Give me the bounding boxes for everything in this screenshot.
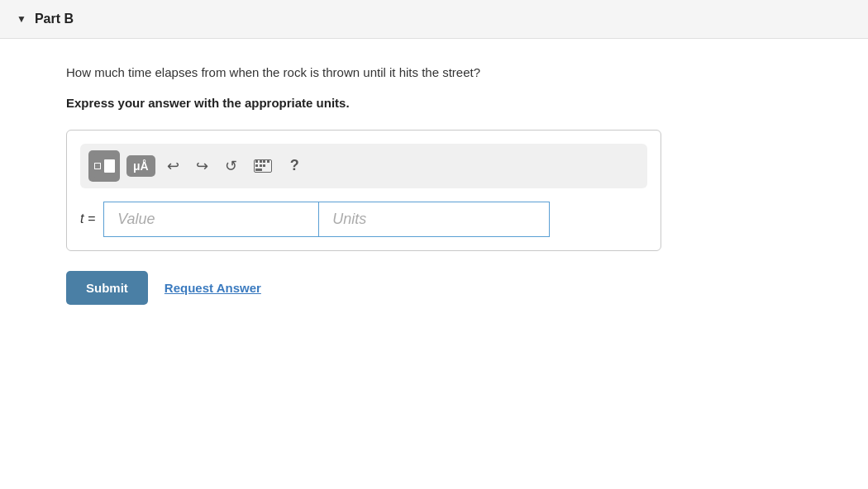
- undo-button[interactable]: ↩: [162, 154, 184, 178]
- kbd-key: [267, 160, 269, 163]
- template-icon: [94, 159, 115, 173]
- submit-button[interactable]: Submit: [66, 271, 148, 305]
- units-input[interactable]: [318, 202, 550, 237]
- question-text: How much time elapses from when the rock…: [66, 64, 802, 83]
- help-button[interactable]: ?: [284, 154, 306, 178]
- redo-button[interactable]: ↪: [191, 154, 213, 178]
- symbol-button-group: [88, 150, 120, 182]
- kbd-row-1: [255, 160, 269, 163]
- kbd-key: [260, 164, 262, 167]
- kbd-row-2: [255, 164, 269, 167]
- request-answer-button[interactable]: Request Answer: [165, 281, 261, 295]
- answer-box: μÅ ↩ ↪ ↺: [66, 130, 661, 251]
- kbd-key: [263, 160, 265, 163]
- content-area: How much time elapses from when the rock…: [0, 39, 868, 330]
- reset-button[interactable]: ↺: [220, 154, 242, 178]
- part-header: ▼ Part B: [0, 0, 868, 39]
- chevron-down-icon[interactable]: ▼: [17, 13, 26, 25]
- mu-angstrom-button[interactable]: μÅ: [126, 155, 155, 177]
- input-row: t =: [80, 202, 647, 237]
- kbd-key: [255, 164, 258, 167]
- value-input[interactable]: [103, 202, 318, 237]
- page-container: ▼ Part B How much time elapses from when…: [0, 0, 868, 489]
- keyboard-rows: [255, 160, 269, 171]
- instruction-text: Express your answer with the appropriate…: [66, 96, 802, 110]
- part-title: Part B: [35, 12, 74, 26]
- toolbar: μÅ ↩ ↪ ↺: [80, 144, 647, 188]
- keyboard-button[interactable]: [249, 156, 277, 176]
- kbd-key: [260, 160, 262, 163]
- kbd-key: [255, 160, 258, 163]
- variable-label: t =: [80, 211, 95, 226]
- kbd-row-3: [255, 169, 269, 171]
- action-row: Submit Request Answer: [66, 271, 802, 305]
- mu-angstrom-label: μÅ: [133, 159, 149, 173]
- template-icon-button[interactable]: [93, 154, 116, 178]
- keyboard-icon: [254, 159, 272, 173]
- kbd-key: [263, 164, 265, 167]
